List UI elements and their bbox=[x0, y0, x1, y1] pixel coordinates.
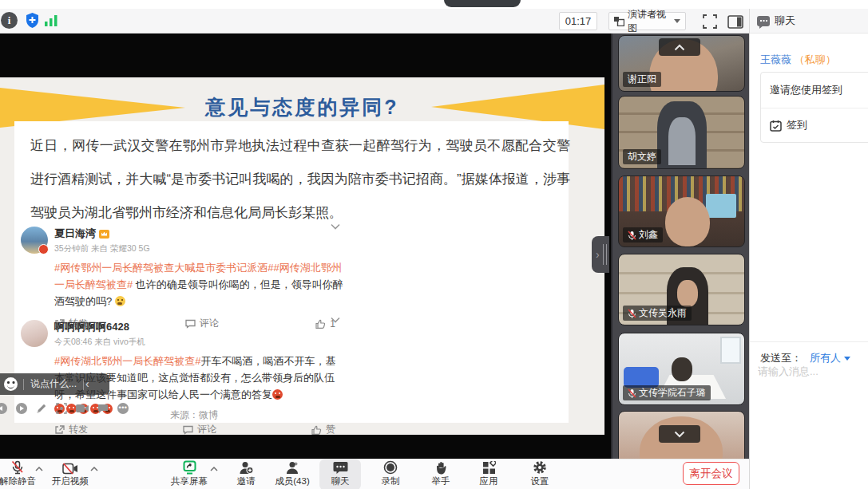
presentation-slide: 意见与态度的异同? 近日，网传一武汉交警在鄂州市异地执法过程中查获一起醉驾行为，… bbox=[0, 77, 604, 435]
participant-name: 胡文婷 bbox=[623, 149, 661, 164]
info-icon[interactable]: i bbox=[1, 12, 18, 29]
vip-badge-icon bbox=[99, 230, 109, 239]
settings-button[interactable]: 设置 bbox=[517, 460, 562, 487]
comment-button[interactable]: 评论 bbox=[183, 423, 216, 436]
send-to-label: 发送至： bbox=[760, 351, 802, 365]
mic-muted-icon bbox=[628, 309, 636, 318]
view-mode-dropdown[interactable]: 演讲者视图 bbox=[608, 12, 686, 30]
window-top-strip bbox=[0, 0, 868, 9]
more-icon[interactable]: ••• bbox=[117, 403, 129, 414]
post-meta: 35分钟前 来自 荣耀30 5G bbox=[54, 243, 343, 254]
signin-prompt: 邀请您使用签到 bbox=[761, 73, 868, 108]
post-hashtags[interactable]: #网传湖北鄂州一局长醉驾被查# bbox=[54, 355, 200, 367]
chat-panel-header: 聊天 bbox=[750, 9, 868, 34]
participant-name: 刘鑫 bbox=[623, 227, 663, 243]
sender-name[interactable]: 王薇薇 bbox=[760, 53, 791, 65]
chat-panel-title: 聊天 bbox=[775, 14, 795, 28]
shield-protect-icon[interactable] bbox=[25, 12, 40, 29]
chat-bubble-icon bbox=[757, 16, 770, 26]
apps-button[interactable]: 应用 bbox=[466, 460, 511, 487]
player-controls: ••• bbox=[0, 403, 129, 414]
pencil-icon[interactable] bbox=[36, 403, 47, 414]
chat-message-input[interactable] bbox=[758, 365, 862, 377]
private-chat-tag: （私聊） bbox=[795, 53, 836, 65]
video-tile[interactable]: 文传吴永雨 bbox=[618, 254, 745, 325]
video-tile[interactable]: 文传学院石子璐 bbox=[618, 333, 745, 405]
raise-hand-button[interactable]: 举手 bbox=[418, 460, 463, 487]
shared-screen-area: 意见与态度的异同? 近日，网传一武汉交警在鄂州市异地执法过程中查获一起醉驾行为，… bbox=[0, 34, 611, 459]
view-mode-label: 演讲者视图 bbox=[628, 8, 671, 35]
weibo-post: 夏日海湾 35分钟前 来自 荣耀30 5G #网传鄂州一局长醉驾被查大喊是市委书… bbox=[19, 222, 364, 330]
person-icon bbox=[268, 460, 316, 475]
signin-invite-card: 邀请您使用签到 签到 bbox=[760, 72, 868, 143]
avatar[interactable] bbox=[21, 227, 48, 254]
calendar-check-icon bbox=[770, 120, 782, 132]
post-username[interactable]: 夏日海湾 bbox=[54, 227, 96, 241]
post-meta: 今天08:46 来自 vivo手机 bbox=[54, 337, 343, 348]
repost-button[interactable]: 转发 bbox=[54, 423, 88, 436]
apps-grid-icon bbox=[466, 460, 511, 475]
video-tile[interactable]: 胡文婷 bbox=[618, 96, 745, 169]
person-add-icon bbox=[224, 460, 268, 475]
avatar[interactable] bbox=[21, 320, 48, 347]
mic-options-chevron[interactable] bbox=[35, 467, 43, 471]
mic-muted-icon bbox=[0, 460, 40, 475]
source-label: 来源：微博 bbox=[170, 408, 218, 422]
like-button[interactable]: 赞 bbox=[311, 423, 335, 436]
message-icon[interactable] bbox=[97, 404, 109, 414]
video-options-chevron[interactable] bbox=[90, 467, 98, 471]
camera-off-icon bbox=[48, 460, 93, 475]
start-video-button[interactable]: 开启视频 bbox=[48, 460, 93, 487]
capture-frame-icon[interactable] bbox=[56, 403, 67, 414]
scroll-up-button[interactable] bbox=[659, 38, 700, 56]
panel-expand-handle[interactable]: › bbox=[592, 236, 609, 273]
unmute-button[interactable]: 解除静音 bbox=[0, 460, 40, 487]
members-button[interactable]: 成员(43) bbox=[268, 460, 316, 487]
video-tile[interactable]: 刘鑫 bbox=[618, 175, 745, 247]
record-button[interactable]: 录制 bbox=[368, 460, 413, 487]
participant-video-strip: 谢正阳 胡文婷 刘鑫 文传吴永雨 文传学院石子璐 bbox=[611, 34, 749, 489]
fullscreen-icon[interactable] bbox=[703, 14, 717, 29]
mic-muted-icon bbox=[628, 388, 636, 398]
participant-name: 文传吴永雨 bbox=[623, 306, 692, 321]
post-username[interactable]: 啊啊啊啊啊6428 bbox=[54, 320, 129, 334]
participant-name: 文传学院石子璐 bbox=[623, 385, 711, 400]
chat-bubble-icon bbox=[318, 460, 363, 475]
chat-button[interactable]: 聊天 bbox=[318, 460, 363, 487]
chat-panel: 聊天 王薇薇 （私聊） 邀请您使用签到 签到 发送至： 所有人 bbox=[749, 0, 868, 489]
doubt-emoji-icon bbox=[115, 296, 125, 306]
share-screen-icon bbox=[167, 460, 212, 475]
meeting-topbar: i 01:17 演讲者视图 bbox=[0, 9, 749, 34]
play-icon[interactable] bbox=[16, 403, 27, 414]
gear-icon bbox=[517, 460, 562, 475]
emoji-picker-icon[interactable] bbox=[4, 377, 18, 391]
share-options-chevron[interactable] bbox=[210, 467, 218, 471]
mic-muted-icon bbox=[628, 231, 636, 240]
meeting-timer: 01:17 bbox=[559, 12, 597, 30]
collapse-left-icon[interactable]: ‹ bbox=[85, 377, 89, 390]
slide-title: 意见与态度的异同? bbox=[96, 94, 509, 120]
angry-emoji-icon bbox=[272, 389, 283, 400]
meeting-toolbar: 解除静音 开启视频 共享屏幕 邀请 成员(43) 聊天 bbox=[0, 459, 749, 489]
meeting-info-collapsed-tab[interactable] bbox=[444, 0, 521, 7]
previous-icon[interactable] bbox=[0, 403, 7, 414]
network-signal-icon[interactable] bbox=[45, 15, 57, 26]
comment-input-bar[interactable]: 说点什么... ‹ bbox=[0, 373, 109, 395]
chat-message-sender: 王薇薇 （私聊） bbox=[760, 53, 836, 67]
comment-placeholder[interactable]: 说点什么... bbox=[30, 377, 77, 391]
record-icon bbox=[368, 460, 413, 475]
hand-icon bbox=[418, 460, 463, 475]
share-screen-button[interactable]: 共享屏幕 bbox=[167, 460, 212, 487]
invite-button[interactable]: 邀请 bbox=[224, 460, 268, 487]
signin-button[interactable]: 签到 bbox=[761, 108, 868, 142]
chevron-down-icon bbox=[844, 357, 850, 361]
drag-grip bbox=[603, 244, 607, 265]
participant-name: 谢正阳 bbox=[623, 72, 661, 87]
scroll-down-button[interactable] bbox=[659, 425, 700, 443]
chevron-right-icon: › bbox=[596, 248, 600, 261]
side-panel-toggle-icon[interactable] bbox=[727, 15, 743, 29]
send-to-selector[interactable]: 所有人 bbox=[810, 351, 841, 365]
camera-icon[interactable] bbox=[76, 404, 89, 413]
leave-meeting-button[interactable]: 离开会议 bbox=[683, 462, 739, 485]
news-paragraph: 近日，网传一武汉交警在鄂州市异地执法过程中查获一起醉驾行为，驾驶员不愿配合交警进… bbox=[30, 129, 570, 230]
